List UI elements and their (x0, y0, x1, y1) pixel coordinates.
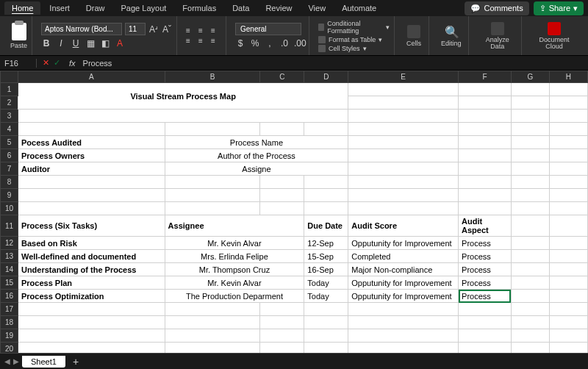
font-select[interactable] (41, 23, 122, 35)
cell-G11[interactable] (511, 215, 549, 237)
share-button[interactable]: ⇪ Share ▾ (534, 1, 584, 15)
cell-reference[interactable]: F16 (0, 59, 37, 68)
cell-B20[interactable] (165, 343, 260, 354)
cell-E20[interactable] (348, 343, 459, 354)
cell-E5[interactable] (348, 136, 459, 149)
cell-F14[interactable]: Process (459, 263, 512, 276)
cell-A5[interactable]: Pocess Audited (18, 136, 165, 149)
cell-A17[interactable] (18, 303, 165, 316)
cell-A18[interactable] (18, 316, 165, 329)
cell-H16[interactable] (549, 290, 587, 303)
cell-G19[interactable] (511, 329, 549, 343)
cell-A12[interactable]: Based on Risk (18, 237, 165, 250)
col-header-F[interactable]: F (459, 71, 512, 83)
row-header-17[interactable]: 17 (1, 303, 18, 316)
cell-G15[interactable] (511, 276, 549, 290)
cell-B4[interactable] (165, 123, 260, 136)
currency-button[interactable]: $ (235, 38, 245, 49)
row-header-5[interactable]: 5 (1, 136, 18, 149)
cell-G4[interactable] (511, 123, 549, 136)
cell-A4[interactable] (18, 123, 165, 136)
cell-A7[interactable]: Auditor (18, 162, 165, 176)
cell-H6[interactable] (549, 149, 587, 162)
cell-E14[interactable]: Major Non-compliance (348, 263, 459, 276)
cell-C8[interactable] (260, 176, 304, 189)
row-header-15[interactable]: 15 (1, 276, 18, 290)
cell-B8[interactable] (165, 176, 260, 189)
border-button[interactable]: ▦ (85, 38, 96, 49)
cell-E13[interactable]: Completed (348, 250, 459, 263)
cell-D20[interactable] (304, 343, 348, 354)
cell-B18[interactable] (165, 316, 260, 329)
cell-E2[interactable] (348, 96, 459, 110)
cell-D10[interactable] (304, 202, 348, 215)
cell-E17[interactable] (348, 303, 459, 316)
cell-B7[interactable]: Assigne (165, 162, 348, 176)
cell-D12[interactable]: 12-Sep (304, 237, 348, 250)
cell-E12[interactable]: Opputunity for Improvement (348, 237, 459, 250)
cell-H7[interactable] (549, 162, 587, 176)
format-as-table-button[interactable]: Format as Table▾ (318, 36, 390, 43)
decrease-font-icon[interactable]: Aˇ (162, 24, 172, 35)
cell-H14[interactable] (549, 263, 587, 276)
cell-C9[interactable] (260, 189, 304, 202)
cell-C20[interactable] (260, 343, 304, 354)
row-header-7[interactable]: 7 (1, 162, 18, 176)
row-header-18[interactable]: 18 (1, 316, 18, 329)
cell-D14[interactable]: 16-Sep (304, 263, 348, 276)
cell-B14[interactable]: Mr. Thompson Cruz (165, 263, 304, 276)
cell-E3[interactable] (348, 110, 459, 123)
cell-G1[interactable] (511, 83, 549, 96)
cell-H3[interactable] (549, 110, 587, 123)
cell-F5[interactable] (459, 136, 512, 149)
cell-A9[interactable] (18, 189, 165, 202)
cell-E11[interactable]: Audit Score (348, 215, 459, 237)
cancel-icon[interactable]: ✕ (43, 58, 49, 68)
col-header-C[interactable]: C (260, 71, 304, 83)
cell-D15[interactable]: Today (304, 276, 348, 290)
align-middle-icon[interactable]: ≡ (198, 26, 209, 35)
cell-B19[interactable] (165, 329, 260, 343)
cells-button[interactable]: Cells (404, 24, 424, 49)
row-header-13[interactable]: 13 (1, 250, 18, 263)
row-header-12[interactable]: 12 (1, 237, 18, 250)
tab-automate[interactable]: Automate (334, 1, 384, 15)
cell-G14[interactable] (511, 263, 549, 276)
cell-E8[interactable] (348, 176, 459, 189)
align-left-icon[interactable]: ≡ (186, 37, 196, 45)
tab-page-layout[interactable]: Page Layout (114, 1, 174, 15)
spreadsheet-grid[interactable]: ABCDEFGH1Visual Stream Process Map2345Po… (0, 71, 588, 353)
cell-G2[interactable] (511, 96, 549, 110)
cell-F7[interactable] (459, 162, 512, 176)
cell-H5[interactable] (549, 136, 587, 149)
sheet-tab[interactable]: Sheet1 (22, 356, 65, 368)
cell-C19[interactable] (260, 329, 304, 343)
document-cloud-button[interactable]: Document Cloud (531, 21, 578, 51)
comma-button[interactable]: , (265, 38, 275, 49)
cell-H2[interactable] (549, 96, 587, 110)
cell-B12[interactable]: Mr. Kevin Alvar (165, 237, 304, 250)
cell-A1[interactable]: Visual Stream Process Map (18, 83, 348, 110)
row-header-11[interactable]: 11 (1, 215, 18, 237)
cell-A14[interactable]: Understanding of the Process (18, 263, 165, 276)
cell-D13[interactable]: 15-Sep (304, 250, 348, 263)
tab-home[interactable]: Home (4, 1, 40, 15)
cell-G3[interactable] (511, 110, 549, 123)
col-header-H[interactable]: H (549, 71, 587, 83)
align-right-icon[interactable]: ≡ (211, 37, 221, 45)
row-header-19[interactable]: 19 (1, 329, 18, 343)
fill-color-button[interactable]: ◧ (100, 38, 110, 49)
paste-button[interactable]: Paste (10, 23, 27, 49)
cell-F20[interactable] (459, 343, 512, 354)
cell-B16[interactable]: The Production Deparment (165, 290, 304, 303)
cell-H8[interactable] (549, 176, 587, 189)
row-header-2[interactable]: 2 (1, 96, 18, 110)
cell-H10[interactable] (549, 202, 587, 215)
cell-H4[interactable] (549, 123, 587, 136)
number-format-select[interactable] (235, 23, 301, 35)
cell-B10[interactable] (165, 202, 260, 215)
cell-B13[interactable]: Mrs. Erlinda Felipe (165, 250, 304, 263)
cell-F19[interactable] (459, 329, 512, 343)
cell-F16[interactable]: Process (459, 290, 512, 303)
prev-sheet-icon[interactable]: ◀ (4, 357, 10, 365)
